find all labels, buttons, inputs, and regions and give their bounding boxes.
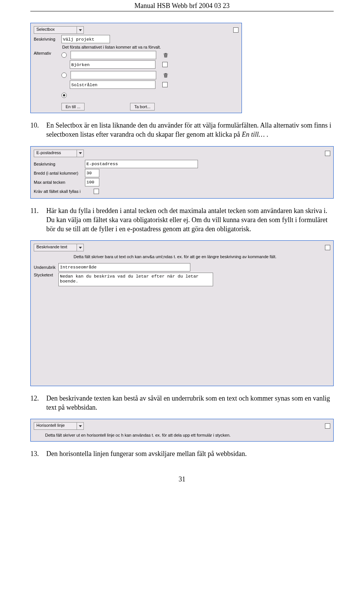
panel-checkbox[interactable] — [325, 151, 330, 156]
bredd-label: Bredd (i antal kolumner) — [34, 171, 85, 175]
paragraph-11: 11. Här kan du fylla i bredden i antal t… — [30, 206, 334, 234]
remove-button[interactable]: Ta bort... — [130, 103, 155, 110]
underrubrik-input[interactable] — [58, 263, 190, 271]
chevron-down-icon — [77, 150, 83, 157]
trash-icon[interactable] — [163, 73, 168, 78]
alt2-value-input[interactable] — [70, 80, 155, 89]
beskrivning-input[interactable] — [61, 35, 110, 43]
paragraph-13: 13. Den horisontella linjen fungerar som… — [30, 449, 334, 458]
panel-hint: Detta fält skriver bara ut text och kan … — [34, 252, 330, 262]
selectbox-field-panel: Selectbox Beskrivning Det första alterna… — [30, 23, 242, 113]
trash-icon[interactable] — [163, 52, 168, 58]
alt3-radio[interactable] — [61, 93, 67, 98]
alt1-checkbox[interactable] — [162, 62, 168, 67]
panel-checkbox[interactable] — [325, 423, 330, 429]
alt2-radio[interactable] — [61, 73, 67, 78]
chevron-down-icon — [77, 423, 83, 429]
panel-hint: Detta fält skriver ut en horisontell lin… — [34, 431, 330, 439]
add-button[interactable]: En till ... — [61, 103, 85, 110]
bredd-input[interactable] — [85, 169, 99, 177]
beskrivning-input[interactable] — [85, 160, 198, 168]
field-type-value: Horisontell linje — [34, 423, 77, 429]
field-type-value: E-postadress — [34, 150, 77, 157]
field-type-dropdown[interactable]: Beskrivande text — [34, 244, 84, 251]
panel-checkbox[interactable] — [233, 27, 238, 33]
alt1-name-input[interactable] — [71, 51, 156, 59]
stycketext-input[interactable] — [58, 273, 213, 286]
alt2-name-input[interactable] — [71, 71, 156, 79]
field-type-dropdown[interactable]: Horisontell linje — [34, 422, 84, 430]
horizontal-line-panel: Horisontell linje Detta fält skriver ut … — [30, 419, 334, 441]
alt1-radio[interactable] — [61, 52, 67, 58]
paragraph-12: 12. Den beskrivande texten kan bestå av … — [30, 394, 334, 412]
krav-checkbox[interactable] — [94, 189, 99, 194]
krav-label: Kräv att fältet skall fyllas i — [34, 189, 94, 194]
paragraph-10: 10. En Selectbox är en lista liknande de… — [30, 121, 334, 139]
stycketext-label: Stycketext — [34, 273, 58, 277]
max-label: Max antal tecken — [34, 180, 85, 185]
field-type-dropdown[interactable]: Selectbox — [34, 26, 84, 34]
field-type-value: Beskrivande text — [34, 244, 77, 251]
beskrivning-label: Beskrivning — [34, 162, 85, 166]
underrubrik-label: Underrubrik — [34, 265, 58, 270]
alt2-checkbox[interactable] — [162, 82, 168, 87]
alt1-value-input[interactable] — [70, 60, 155, 69]
email-field-panel: E-postadress Beskrivning Bredd (i antal … — [30, 146, 334, 199]
field-type-dropdown[interactable]: E-postadress — [34, 150, 84, 157]
page-number: 31 — [30, 475, 334, 483]
chevron-down-icon — [77, 244, 83, 251]
page-header: Manual HSB Webb brf 2004 03 23 — [30, 0, 334, 11]
field-type-value: Selectbox — [34, 27, 77, 33]
panel-checkbox[interactable] — [325, 245, 330, 250]
beskrivning-hint: Det första alternativet i listan kommer … — [34, 44, 238, 51]
beskrivning-label: Beskrivning — [34, 37, 61, 41]
descriptive-text-panel: Beskrivande text Detta fält skriver bara… — [30, 240, 334, 386]
max-input[interactable] — [85, 178, 99, 186]
alternativ-label: Alternativ — [34, 51, 61, 111]
chevron-down-icon — [77, 27, 83, 33]
